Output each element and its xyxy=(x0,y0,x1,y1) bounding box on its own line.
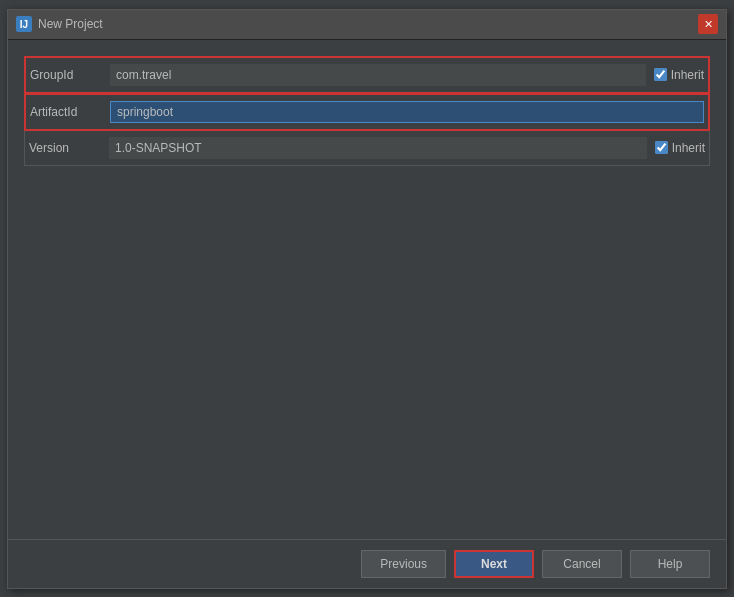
cancel-button[interactable]: Cancel xyxy=(542,550,622,578)
groupid-label: GroupId xyxy=(30,68,110,82)
title-bar: IJ New Project ✕ xyxy=(8,10,726,40)
artifactid-input[interactable] xyxy=(110,101,704,123)
dialog-content: GroupId Inherit ArtifactId Version Inher… xyxy=(8,40,726,539)
version-label: Version xyxy=(29,141,109,155)
version-inherit-checkbox[interactable] xyxy=(655,141,668,154)
close-button[interactable]: ✕ xyxy=(698,14,718,34)
artifactid-row: ArtifactId xyxy=(24,93,710,131)
help-button[interactable]: Help xyxy=(630,550,710,578)
groupid-input[interactable] xyxy=(110,64,646,86)
close-icon: ✕ xyxy=(704,18,713,31)
artifactid-label: ArtifactId xyxy=(30,105,110,119)
groupid-row: GroupId Inherit xyxy=(24,56,710,94)
dialog-title: New Project xyxy=(38,17,698,31)
new-project-dialog: IJ New Project ✕ GroupId Inherit Artifac… xyxy=(7,9,727,589)
groupid-inherit-checkbox[interactable] xyxy=(654,68,667,81)
groupid-inherit-label: Inherit xyxy=(654,68,704,82)
version-row: Version Inherit xyxy=(24,130,710,166)
app-icon: IJ xyxy=(16,16,32,32)
content-spacer xyxy=(24,166,710,523)
button-row: Previous Next Cancel Help xyxy=(8,539,726,588)
version-input[interactable] xyxy=(109,137,647,159)
version-inherit-label: Inherit xyxy=(655,141,705,155)
next-button[interactable]: Next xyxy=(454,550,534,578)
previous-button[interactable]: Previous xyxy=(361,550,446,578)
